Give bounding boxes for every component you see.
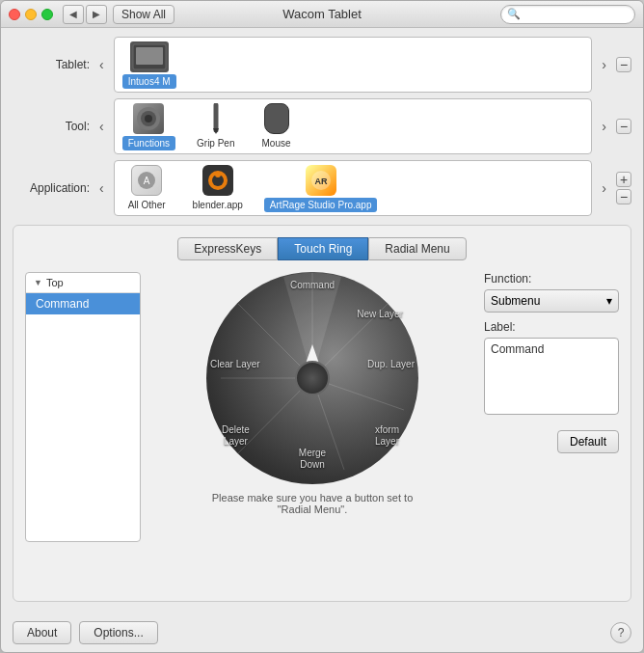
tool-strip: Functions Grip Pen Mouse — [114, 98, 593, 154]
functions-label: Functions — [122, 136, 175, 150]
app-next-button[interactable]: › — [600, 178, 608, 198]
tool-item-functions[interactable]: Functions — [122, 103, 175, 150]
tablet-item-label: Intuos4 M — [122, 74, 176, 89]
blender-label: blender.app — [187, 198, 249, 212]
app-item-artrage[interactable]: AR ArtRage Studio Pro.app — [264, 165, 378, 212]
label-input-value: Command — [491, 342, 544, 356]
forward-button[interactable]: ▶ — [86, 5, 107, 24]
center-area: Command New Layer Dup. Layer xformLayer … — [152, 272, 472, 542]
application-row: Application: ‹ A All Other — [13, 159, 631, 217]
titlebar: ◀ ▶ Show All Wacom Tablet 🔍 — [1, 1, 643, 28]
tablet-strip: Intuos4 M — [114, 37, 593, 93]
app-item-blender[interactable]: blender.app — [187, 165, 249, 212]
tool-prev-button[interactable]: ‹ — [97, 117, 106, 136]
grip-pen-label: Grip Pen — [191, 136, 240, 150]
svg-text:AR: AR — [314, 177, 327, 186]
label-section-label: Label: — [484, 320, 619, 334]
tab-touch-ring[interactable]: Touch Ring — [278, 237, 368, 260]
tablet-row: Tablet: ‹ Intuos4 M › − — [13, 36, 631, 94]
app-minus-button[interactable]: − — [616, 189, 631, 204]
all-other-label: All Other — [122, 198, 172, 212]
tabs: ExpressKeys Touch Ring Radial Menu — [25, 237, 619, 260]
tool-item-grip-pen[interactable]: Grip Pen — [191, 103, 240, 150]
app-prev-button[interactable]: ‹ — [97, 178, 106, 198]
tablet-item[interactable]: Intuos4 M — [122, 41, 176, 89]
traffic-lights — [9, 9, 53, 20]
app-plus-button[interactable]: + — [616, 172, 631, 187]
search-box[interactable]: 🔍 — [500, 5, 635, 24]
application-label: Application: — [13, 181, 90, 195]
svg-point-4 — [145, 115, 152, 122]
tool-row: Tool: ‹ Functions — [13, 97, 631, 155]
artrage-icon: AR — [306, 165, 336, 196]
label-section: Label: Command — [484, 320, 619, 415]
main-panel: ExpressKeys Touch Ring Radial Menu ▼ Top… — [13, 225, 631, 602]
svg-rect-1 — [136, 47, 163, 65]
artrage-label: ArtRage Studio Pro.app — [264, 198, 378, 212]
tablet-next-button[interactable]: › — [600, 55, 608, 74]
radial-center-dot — [295, 361, 330, 395]
function-section-label: Function: — [484, 272, 619, 286]
show-all-button[interactable]: Show All — [113, 5, 174, 24]
pen-icon — [201, 103, 231, 134]
label-input[interactable]: Command — [484, 338, 619, 415]
right-panel: Function: Submenu ▾ Label: Command Def — [484, 272, 619, 542]
list-item-command[interactable]: Command — [26, 293, 140, 314]
tablet-minus-button[interactable]: − — [616, 57, 631, 72]
help-button[interactable]: ? — [610, 622, 631, 643]
options-button[interactable]: Options... — [79, 621, 157, 644]
back-button[interactable]: ◀ — [63, 5, 84, 24]
list-header: ▼ Top — [26, 273, 140, 293]
panel-body: ▼ Top Command — [25, 272, 619, 542]
blender-icon — [202, 165, 233, 196]
tool-next-button[interactable]: › — [600, 117, 608, 136]
functions-icon — [133, 103, 164, 134]
mouse-icon — [264, 103, 289, 134]
maximize-button[interactable] — [41, 9, 53, 20]
radial-background — [206, 272, 418, 484]
window-title: Wacom Tablet — [282, 7, 362, 21]
tab-radial-menu[interactable]: Radial Menu — [368, 237, 466, 260]
all-other-icon: A — [131, 165, 162, 196]
expand-icon: ▼ — [34, 278, 42, 287]
default-button[interactable]: Default — [557, 430, 619, 453]
tool-minus-button[interactable]: − — [616, 119, 631, 134]
bottom-bar: About Options... ? — [1, 613, 643, 652]
tablet-prev-button[interactable]: ‹ — [97, 55, 106, 74]
svg-text:A: A — [144, 176, 150, 186]
app-item-all-other[interactable]: A All Other — [122, 165, 172, 212]
content-area: Tablet: ‹ Intuos4 M › − — [1, 28, 643, 613]
chevron-down-icon: ▾ — [606, 294, 612, 308]
mouse-label: Mouse — [256, 136, 297, 150]
nav-buttons: ◀ ▶ — [63, 5, 107, 24]
app-strip: A All Other blender.app — [114, 160, 593, 216]
function-dropdown[interactable]: Submenu ▾ — [484, 289, 619, 313]
notice-text: Please make sure you have a button set t… — [206, 492, 418, 515]
search-input[interactable] — [523, 8, 629, 21]
tablet-label: Tablet: — [13, 58, 90, 71]
tablet-device-icon — [130, 41, 169, 72]
search-icon: 🔍 — [507, 8, 521, 20]
tool-item-mouse[interactable]: Mouse — [256, 103, 297, 150]
svg-point-11 — [215, 172, 221, 177]
about-button[interactable]: About — [13, 621, 71, 644]
minimize-button[interactable] — [25, 9, 37, 20]
tab-expresskeys[interactable]: ExpressKeys — [177, 237, 278, 260]
radial-menu-wheel: Command New Layer Dup. Layer xformLayer … — [206, 272, 418, 484]
function-dropdown-value: Submenu — [491, 294, 540, 308]
left-list: ▼ Top Command — [25, 272, 141, 542]
close-button[interactable] — [9, 9, 20, 20]
function-section: Function: Submenu ▾ — [484, 272, 619, 313]
list-header-label: Top — [46, 277, 64, 288]
tool-label: Tool: — [13, 120, 90, 133]
